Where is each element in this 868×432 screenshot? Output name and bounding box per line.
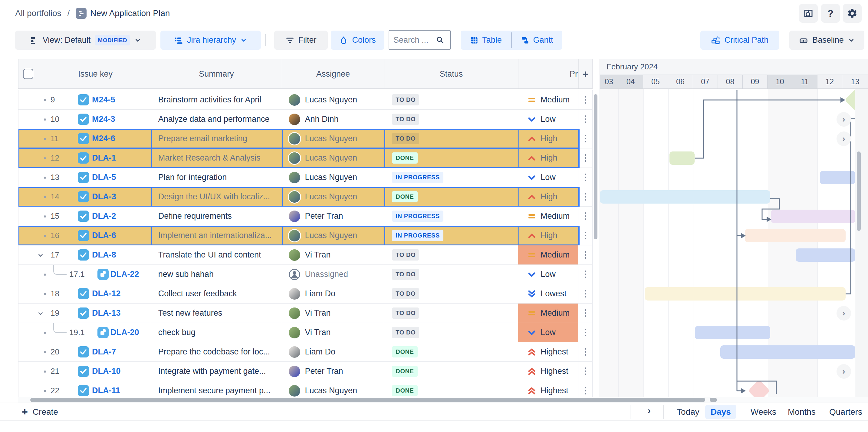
issue-key-link[interactable]: DLA-1 xyxy=(92,153,116,163)
view-selector[interactable]: View: Default MODIFIED xyxy=(15,31,156,50)
summary-cell[interactable]: Integrate with payment gate... xyxy=(151,362,282,381)
issue-key-link[interactable]: DLA-7 xyxy=(92,347,116,356)
issue-key-link[interactable]: DLA-3 xyxy=(92,192,116,201)
summary-cell[interactable]: Test new features xyxy=(151,304,282,323)
assignee-cell[interactable]: Lucas Nguyen xyxy=(282,168,384,187)
gantt-bar[interactable] xyxy=(645,287,846,300)
help-button[interactable]: ? xyxy=(821,4,840,23)
issue-key-link[interactable]: DLA-22 xyxy=(111,270,139,279)
status-cell[interactable]: TO DO xyxy=(384,246,518,265)
scroll-to-bar-button[interactable]: › xyxy=(837,132,851,146)
assignee-cell[interactable]: Peter Tran xyxy=(282,362,384,381)
gantt-vertical-scrollbar[interactable] xyxy=(857,151,861,231)
gantt-bar[interactable] xyxy=(745,229,846,242)
priority-cell[interactable]: High xyxy=(518,187,578,207)
gantt-bar[interactable] xyxy=(720,345,855,359)
baseline-button[interactable]: Baseline xyxy=(789,31,864,50)
summary-cell[interactable]: Design the UI/UX with localiz... xyxy=(151,187,282,207)
summary-cell[interactable]: check bug xyxy=(151,323,282,342)
table-horizontal-scrollbar[interactable] xyxy=(30,398,705,402)
status-cell[interactable]: IN PROGRESS xyxy=(384,226,518,246)
assignee-cell[interactable]: Lucas Nguyen xyxy=(282,226,384,246)
column-header-status[interactable]: Status xyxy=(384,59,519,88)
priority-cell[interactable]: Lowest xyxy=(518,284,578,304)
assignee-cell[interactable]: Lucas Nguyen xyxy=(282,187,384,207)
status-cell[interactable]: IN PROGRESS xyxy=(384,168,518,187)
priority-cell[interactable]: High xyxy=(518,148,578,168)
summary-cell[interactable]: Plan for integration xyxy=(151,168,282,187)
gantt-bar[interactable] xyxy=(771,210,855,223)
assignee-cell[interactable]: Liam Do xyxy=(282,284,384,304)
priority-cell[interactable]: Highest xyxy=(518,381,578,397)
summary-cell[interactable]: Implement secure payment p... xyxy=(151,381,282,397)
status-cell[interactable]: IN PROGRESS xyxy=(384,207,518,226)
timeline-scroll-right-button[interactable]: › xyxy=(648,405,651,415)
status-cell[interactable]: TO DO xyxy=(384,110,518,129)
issue-key-link[interactable]: DLA-8 xyxy=(92,250,116,260)
status-cell[interactable]: DONE xyxy=(384,148,518,168)
kebab-menu-icon[interactable] xyxy=(583,308,588,319)
issue-key-link[interactable]: M24-3 xyxy=(92,115,115,124)
scroll-to-bar-button[interactable]: › xyxy=(837,364,851,379)
scroll-to-bar-button[interactable]: › xyxy=(837,306,851,320)
zoom-option-days[interactable]: Days xyxy=(705,405,736,419)
search-input[interactable] xyxy=(394,35,433,45)
summary-cell[interactable]: new sub hahah xyxy=(151,265,282,284)
status-cell[interactable]: DONE xyxy=(384,342,518,362)
assignee-cell[interactable]: Anh Dinh xyxy=(282,110,384,129)
status-cell[interactable]: DONE xyxy=(384,381,518,397)
priority-cell[interactable]: Highest xyxy=(518,342,578,362)
kebab-menu-icon[interactable] xyxy=(583,152,588,164)
kebab-menu-icon[interactable] xyxy=(583,94,588,106)
kebab-menu-icon[interactable] xyxy=(583,249,588,261)
critical-path-button[interactable]: Critical Path xyxy=(700,31,779,50)
assignee-cell[interactable]: Vi Tran xyxy=(282,246,384,265)
assignee-cell[interactable]: Vi Tran xyxy=(282,304,384,323)
status-cell[interactable]: TO DO xyxy=(384,323,518,342)
kebab-menu-icon[interactable] xyxy=(583,366,588,377)
filter-button[interactable]: Filter xyxy=(274,31,328,50)
gantt-milestone[interactable] xyxy=(844,89,855,111)
assignee-cell[interactable]: Liam Do xyxy=(282,342,384,362)
zoom-option-months[interactable]: Months xyxy=(782,405,821,419)
kebab-menu-icon[interactable] xyxy=(583,114,588,125)
summary-cell[interactable]: Collect user feedback xyxy=(151,284,282,304)
assignee-cell[interactable]: Lucas Nguyen xyxy=(282,90,384,110)
kebab-menu-icon[interactable] xyxy=(583,288,588,299)
gantt-bar[interactable] xyxy=(820,171,855,184)
issue-key-link[interactable]: DLA-13 xyxy=(92,308,121,318)
today-button[interactable]: Today xyxy=(671,405,705,419)
assignee-cell[interactable]: Lucas Nguyen xyxy=(282,148,384,168)
status-cell[interactable]: TO DO xyxy=(384,90,518,110)
table-vertical-scrollbar[interactable] xyxy=(594,94,597,239)
priority-cell[interactable]: Medium xyxy=(518,207,578,226)
summary-cell[interactable]: Implement an internationaliza... xyxy=(151,226,282,246)
column-header-summary[interactable]: Summary xyxy=(151,59,282,88)
issue-key-link[interactable]: DLA-2 xyxy=(92,211,116,221)
gantt-milestone[interactable] xyxy=(748,380,770,397)
column-header-assignee[interactable]: Assignee xyxy=(282,59,384,88)
gantt-bar[interactable] xyxy=(670,151,694,165)
priority-cell[interactable]: Low xyxy=(518,323,578,342)
gantt-bar[interactable] xyxy=(600,190,770,204)
summary-cell[interactable]: Prepare email marketing xyxy=(151,129,282,148)
priority-cell[interactable]: Low xyxy=(518,168,578,187)
inspect-button[interactable] xyxy=(799,4,818,23)
zoom-option-quarters[interactable]: Quarters xyxy=(824,405,868,419)
summary-cell[interactable]: Define requirements xyxy=(151,207,282,226)
select-all-checkbox[interactable] xyxy=(23,69,33,79)
issue-key-link[interactable]: DLA-20 xyxy=(111,328,139,337)
priority-cell[interactable]: Highest xyxy=(518,362,578,381)
gantt-bar[interactable] xyxy=(695,326,770,339)
assignee-cell[interactable]: Vi Tran xyxy=(282,323,384,342)
priority-cell[interactable]: High xyxy=(518,226,578,246)
issue-key-link[interactable]: DLA-10 xyxy=(92,367,121,376)
kebab-menu-icon[interactable] xyxy=(583,327,588,338)
summary-cell[interactable]: Market Research & Analysis xyxy=(151,148,282,168)
hierarchy-selector[interactable]: Jira hierarchy xyxy=(160,31,261,50)
kebab-menu-icon[interactable] xyxy=(583,210,588,222)
status-cell[interactable]: DONE xyxy=(384,187,518,207)
kebab-menu-icon[interactable] xyxy=(583,172,588,183)
kebab-menu-icon[interactable] xyxy=(583,385,588,396)
zoom-option-weeks[interactable]: Weeks xyxy=(745,405,782,419)
